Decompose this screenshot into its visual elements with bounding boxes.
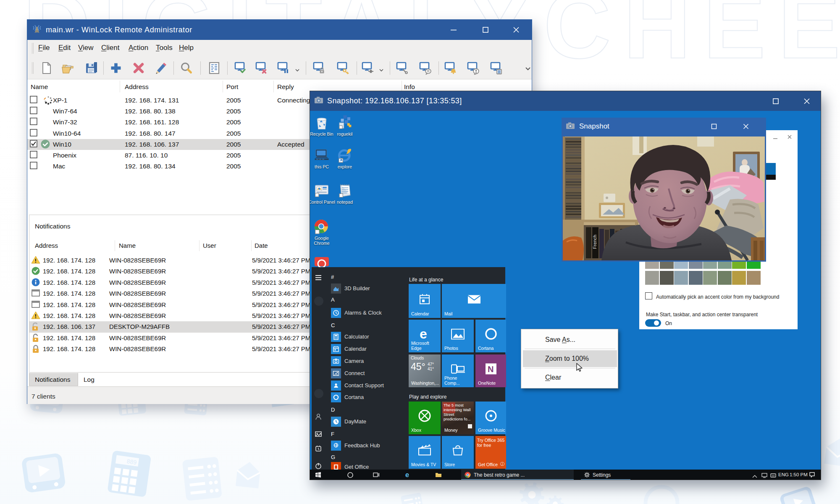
svg-text:889: 889 (126, 458, 137, 466)
svg-text:e: e (420, 327, 427, 341)
svg-text:French: French (592, 235, 597, 249)
svg-text:N: N (488, 365, 494, 374)
